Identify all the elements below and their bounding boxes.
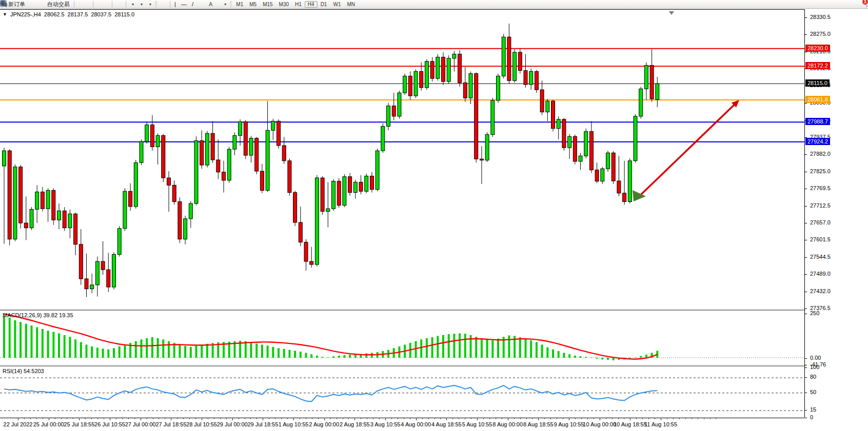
price-tick-label: 27825.0 — [810, 168, 831, 174]
timeframe-m1-button[interactable]: M1 — [233, 1, 246, 8]
price-tick-label: 27769.5 — [810, 185, 831, 191]
time-axis[interactable]: 22 Jul 202225 Jul 00:0025 Jul 18:5526 Ju… — [0, 418, 804, 431]
chart-shift-button[interactable] — [119, 1, 124, 8]
equidistant-channel-tool-button[interactable]: E — [196, 1, 201, 8]
toolbar-grip[interactable] — [155, 1, 157, 8]
macd-indicator-panel[interactable]: MACD(12,26,9) 39.82 19.35 — [0, 310, 804, 365]
price-tick-label: 28275.0 — [810, 31, 831, 37]
bar-chart-type-button[interactable] — [76, 1, 81, 8]
time-axis-minor-tick — [410, 418, 410, 419]
timeframe-m30-button[interactable]: M30 — [276, 1, 292, 8]
bull-candle — [557, 119, 560, 129]
date-tick-label: 8 Aug 00:00 — [492, 421, 523, 427]
date-tick-label: 9 Aug 10:55 — [554, 421, 584, 427]
time-axis-minor-tick — [24, 418, 25, 419]
autotrading-button[interactable]: 自动交易 — [43, 1, 72, 8]
tile-windows-button[interactable] — [105, 1, 110, 8]
rsi-indicator-panel[interactable]: RSI(14) 54.5203 — [0, 366, 804, 418]
trendline-tool-button[interactable]: / — [189, 1, 196, 8]
timeframe-m15-button[interactable]: M15 — [260, 1, 275, 8]
rsi-line — [4, 385, 657, 402]
time-axis-minor-tick — [257, 418, 257, 419]
time-axis-minor-tick — [116, 418, 116, 419]
bull-candle — [205, 133, 209, 165]
signals-button[interactable] — [38, 1, 43, 8]
macd-scale-label: 250 — [810, 310, 819, 316]
candlestick-chart-type-button[interactable] — [81, 1, 86, 8]
timeframe-w1-button[interactable]: W1 — [330, 1, 344, 8]
time-axis-minor-tick — [30, 418, 31, 419]
bear-candle — [310, 261, 313, 264]
timeframe-h1-button[interactable]: H1 — [292, 1, 305, 8]
horizontal-line-tool-button[interactable]: — — [179, 1, 189, 8]
time-axis-minor-tick — [618, 418, 619, 419]
macd-label: MACD(12,26,9) 39.82 19.35 — [3, 312, 73, 318]
toolbar-grip[interactable] — [230, 1, 232, 8]
trend-arrow-line[interactable] — [639, 104, 736, 196]
periods-button[interactable]: ▾ — [136, 1, 145, 8]
date-tick-label: 22 Jul 2022 — [4, 421, 33, 427]
bull-candle — [123, 191, 127, 229]
bull-candle — [436, 57, 440, 78]
time-axis-minor-tick — [477, 418, 478, 419]
time-axis-minor-tick — [642, 418, 643, 419]
timeframe-mn-button[interactable]: MN — [344, 1, 358, 8]
timeframe-d1-button[interactable]: D1 — [318, 1, 330, 8]
price-line-tag: 28061.8 — [805, 96, 830, 103]
bull-candle — [546, 101, 549, 112]
time-axis-minor-tick — [171, 418, 171, 419]
dropdown-caret-icon: ▾ — [132, 1, 134, 8]
bear-candle — [8, 151, 11, 239]
timeframe-h4-button[interactable]: H4 — [305, 1, 318, 8]
bear-candle — [524, 71, 527, 85]
time-axis-minor-tick — [446, 418, 447, 419]
trading-terminal-window: 新订单 自动交易 — [0, 0, 868, 431]
price-axis[interactable]: 28330.528275.028218.028162.528107.028050… — [804, 9, 868, 418]
text-tool-button[interactable]: A — [206, 1, 215, 8]
zoom-in-button[interactable] — [95, 1, 100, 8]
main-chart-panel[interactable]: ▼ JPN225-,H4 28062.5 28137.5 28037.5 281… — [0, 9, 804, 309]
date-tick-label: 27 Jul 00:00 — [125, 421, 156, 427]
time-axis-minor-tick — [581, 418, 582, 419]
cursor-tool-button[interactable] — [158, 1, 163, 8]
time-axis-minor-tick — [141, 418, 141, 419]
bear-candle — [337, 181, 341, 206]
time-axis-minor-tick — [563, 418, 563, 419]
time-axis-minor-tick — [97, 418, 98, 419]
fibonacci-tool-button[interactable]: F — [201, 1, 206, 8]
macd-chart-canvas[interactable] — [0, 311, 804, 365]
candlestick-chart-canvas[interactable] — [0, 10, 804, 310]
auto-scroll-button[interactable] — [114, 1, 119, 8]
timeframe-m5-button[interactable]: M5 — [246, 1, 260, 8]
market-watch-button[interactable] — [28, 1, 33, 8]
line-chart-type-button[interactable] — [86, 1, 91, 8]
label-tool-button[interactable]: T — [215, 1, 220, 8]
chart-shift-marker[interactable] — [669, 11, 674, 15]
time-axis-minor-tick — [673, 418, 674, 419]
profile-button[interactable] — [33, 1, 38, 8]
crosshair-tool-button[interactable] — [163, 1, 168, 8]
vertical-line-tool-button[interactable]: | — [172, 1, 179, 8]
time-axis-minor-tick — [416, 418, 417, 419]
one-click-trading-toggle-icon[interactable]: ▼ — [3, 12, 7, 17]
time-axis-minor-tick — [202, 418, 202, 419]
rsi-chart-canvas[interactable] — [0, 366, 804, 418]
zoom-out-button[interactable] — [100, 1, 105, 8]
arrows-tool-button[interactable]: ▾ — [220, 1, 229, 8]
time-axis-minor-tick — [550, 418, 551, 419]
add-indicator-button[interactable]: ▾ — [128, 1, 136, 8]
price-line-tag: 28172.2 — [805, 62, 830, 69]
date-tick-label: 25 Jul 18:55 — [64, 421, 94, 427]
bull-candle — [579, 156, 582, 161]
templates-button[interactable]: ▾ — [145, 1, 154, 8]
bear-candle — [518, 52, 522, 71]
bear-candle — [162, 135, 165, 178]
time-axis-minor-tick — [134, 418, 135, 419]
bull-candle — [606, 153, 610, 169]
axis-tick-mark — [805, 189, 807, 189]
time-axis-minor-tick — [147, 418, 147, 419]
time-axis-minor-tick — [508, 418, 508, 419]
bull-candle — [529, 71, 533, 85]
bear-candle — [107, 270, 110, 287]
bull-candle — [601, 169, 604, 181]
